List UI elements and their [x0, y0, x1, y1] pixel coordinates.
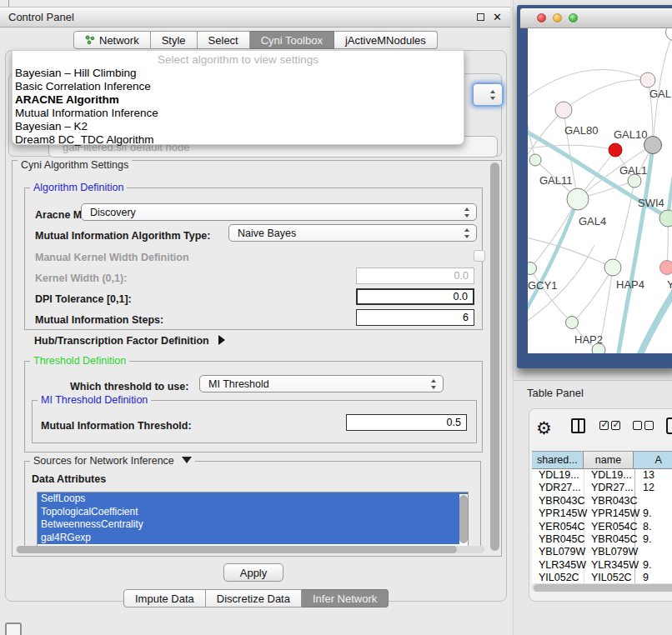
table-row[interactable]: YBL079WYBL079W — [532, 546, 672, 558]
network-edge[interactable] — [572, 268, 613, 322]
table-row[interactable]: YER054CYER054C8. — [532, 521, 672, 533]
new-table-icon[interactable] — [666, 418, 672, 434]
zoom-traffic-light-icon[interactable] — [569, 13, 578, 22]
table-panel-title: Table Panel — [527, 387, 584, 399]
apply-button[interactable]: Apply — [223, 563, 283, 582]
panel-splitter[interactable] — [513, 0, 514, 635]
column-header-2[interactable]: name — [584, 452, 634, 468]
algorithm-option[interactable]: Dream8 DC_TDC Algorithm — [15, 133, 461, 147]
bottom-tab-discretize-data[interactable]: Discretize Data — [206, 589, 302, 608]
network-node-gal4[interactable] — [567, 188, 589, 210]
dpi-tolerance-value: 0.0 — [454, 291, 468, 302]
kernel-width-value: 0.0 — [454, 270, 469, 282]
data-attribute-item[interactable]: BetweennessCentrality — [38, 518, 468, 532]
network-node-hap4[interactable] — [604, 259, 621, 276]
sources-group-title[interactable]: Sources for Network Inference — [30, 455, 195, 467]
gear-icon[interactable]: ⚙ — [536, 416, 552, 441]
network-node-gal[interactable] — [640, 72, 655, 88]
data-attributes-label: Data Attributes — [32, 473, 106, 485]
manual-kernel-checkbox — [474, 250, 485, 262]
data-attributes-list: SelfLoopsTopologicalCoefficientBetweenne… — [37, 492, 469, 547]
algorithm-option[interactable]: Bayesian – Hill Climbing — [15, 67, 461, 80]
data-attribute-item[interactable]: TopologicalCoefficient — [38, 506, 468, 519]
dpi-tolerance-label: DPI Tolerance [0,1]: — [35, 293, 132, 305]
mi-threshold-group-title: MI Threshold Definition — [38, 394, 151, 406]
table-row[interactable]: YDL19...YDL19...13 — [532, 469, 672, 482]
network-node-hap2[interactable] — [566, 317, 579, 329]
table-row[interactable]: YDR27...YDR27...12 — [532, 482, 672, 494]
sources-group: Sources for Network Inference Data Attri… — [24, 461, 481, 547]
algorithm-definition-group: Algorithm Definition Aracne Mode: Discov… — [24, 188, 483, 330]
close-traffic-light-icon[interactable] — [537, 13, 546, 22]
network-node-y[interactable] — [660, 261, 672, 275]
tab-select[interactable]: Select — [198, 31, 250, 49]
algorithm-combo-focused-cap[interactable] — [472, 82, 504, 107]
mi-steps-field[interactable]: 6 — [356, 309, 474, 326]
mi-type-combo[interactable]: Naive Bayes — [228, 224, 477, 242]
network-node[interactable] — [609, 143, 622, 157]
network-node[interactable] — [592, 343, 605, 353]
deselect-all-columns-icon[interactable] — [633, 421, 654, 430]
column-header-3[interactable]: A — [634, 452, 672, 468]
algorithm-option[interactable]: ARACNE Algorithm — [15, 93, 461, 107]
tab-jactivemnodules[interactable]: jActiveMNodules — [334, 31, 438, 49]
algorithm-dropdown-popup: Select algorithm to view settings Bayesi… — [12, 50, 464, 145]
close-icon[interactable]: ✕ — [493, 12, 502, 22]
which-threshold-combo[interactable]: MI Threshold — [199, 375, 444, 392]
table-row[interactable]: YBR045CYBR045C9. — [532, 533, 672, 546]
select-all-columns-icon[interactable] — [599, 421, 620, 430]
network-edge[interactable] — [528, 69, 648, 100]
dpi-tolerance-field[interactable]: 0.0 — [356, 288, 474, 305]
network-node-swi4[interactable] — [659, 210, 672, 227]
table-panel: ⚙ shared...nameA YDL19...YDL19...13YDR27… — [529, 408, 672, 602]
minimize-traffic-light-icon[interactable] — [553, 13, 562, 22]
network-edge[interactable] — [528, 199, 578, 316]
which-threshold-value: MI Threshold — [208, 378, 269, 390]
network-edge[interactable] — [668, 135, 672, 218]
network-node-gal11[interactable] — [529, 154, 541, 166]
aracne-mode-combo[interactable]: Discovery — [81, 203, 477, 221]
hub-definition-toggle[interactable]: Hub/Transcription Factor Definition — [34, 335, 225, 347]
table-row[interactable]: YLR345WYLR345W9. — [532, 559, 672, 572]
bottom-tab-impute-data[interactable]: Impute Data — [123, 589, 206, 608]
dock-panel-icon[interactable] — [5, 622, 22, 635]
data-attribute-item[interactable]: SelfLoops — [38, 492, 468, 506]
bottom-tab-infer-network[interactable]: Infer Network — [302, 589, 389, 608]
network-node[interactable] — [666, 28, 672, 41]
cyni-settings-panel: Cyni Algorithm Settings Algorithm Defini… — [12, 160, 502, 557]
network-edge[interactable] — [528, 145, 615, 150]
tab-style[interactable]: Style — [151, 31, 198, 49]
table-horizontal-scrollbar[interactable] — [532, 583, 672, 592]
network-node-gcy1[interactable] — [528, 262, 537, 275]
hub-definition-label: Hub/Transcription Factor Definition — [34, 335, 209, 347]
column-header-1[interactable]: shared... — [532, 452, 584, 468]
data-attribute-item[interactable]: gal4RGexp — [38, 532, 468, 545]
float-window-icon[interactable] — [477, 13, 484, 21]
network-node-label: SWI4 — [638, 197, 664, 209]
table-row[interactable]: YPR145WYPR145W9. — [532, 508, 672, 520]
network-edge[interactable] — [528, 237, 613, 268]
network-icon — [85, 35, 95, 45]
settings-vertical-scrollbar[interactable] — [490, 162, 499, 551]
mi-steps-value: 6 — [463, 312, 469, 323]
table-row[interactable]: YBR043CYBR043C — [532, 495, 672, 508]
network-node-gal80[interactable] — [555, 102, 572, 118]
stepper-icon — [464, 208, 470, 218]
columns-icon[interactable] — [571, 418, 585, 433]
algorithm-option[interactable]: Mutual Information Inference — [15, 107, 461, 120]
table-row[interactable]: YIL052CYIL052C9 — [532, 572, 672, 583]
network-canvas[interactable]: GALGAL80GAL10GAL11GAL1GAL4SWI4GCY1HAP4YH… — [528, 28, 672, 353]
network-edge[interactable] — [564, 80, 648, 110]
tab-network[interactable]: Network — [73, 31, 151, 49]
network-node-label: GAL — [649, 88, 671, 100]
stepper-icon — [490, 90, 496, 100]
attributes-scrollbar[interactable] — [459, 494, 468, 544]
algorithm-option[interactable]: Basic Correlation Inference — [15, 80, 461, 93]
algorithm-option[interactable]: Bayesian – K2 — [15, 120, 461, 133]
top-strip — [0, 0, 510, 7]
control-panel-titlebar: Control Panel ✕ — [0, 7, 510, 28]
network-window-titlebar[interactable] — [520, 8, 672, 28]
tab-cyni-toolbox[interactable]: Cyni Toolbox — [250, 31, 334, 49]
mi-threshold-field[interactable]: 0.5 — [346, 414, 467, 431]
settings-horizontal-scrollbar[interactable] — [16, 546, 484, 553]
